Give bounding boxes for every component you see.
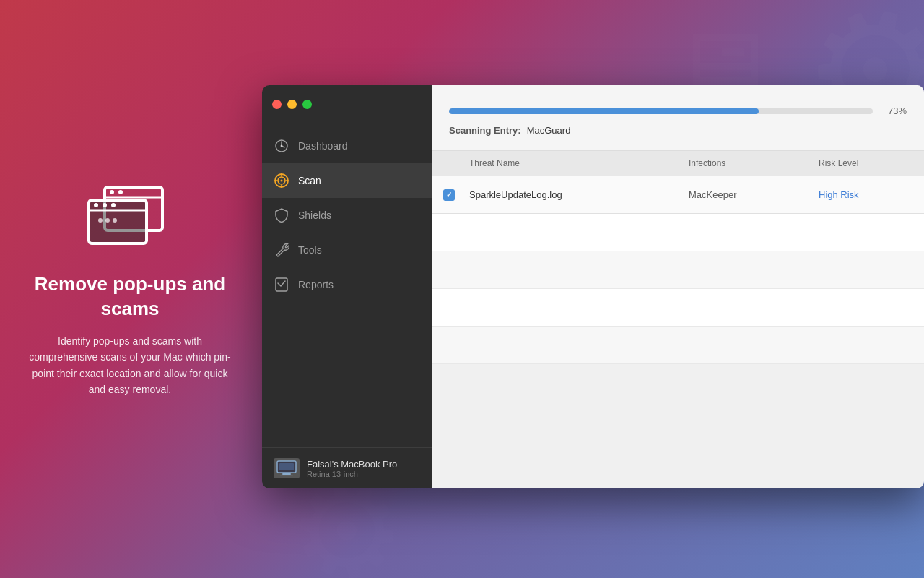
sidebar-label-scan: Scan (298, 175, 321, 186)
hero-icon (83, 180, 177, 255)
sidebar: Dashboard Scan (262, 85, 432, 488)
threat-name-cell: SparkleUpdateLog.log (469, 189, 689, 200)
svg-point-13 (281, 145, 283, 147)
progress-bar-wrap: 73% (449, 105, 907, 116)
svg-rect-25 (280, 475, 293, 476)
col-risk-header: Risk Level (819, 158, 912, 168)
svg-point-10 (105, 218, 110, 223)
shields-icon (274, 207, 289, 223)
svg-point-7 (103, 203, 107, 207)
svg-point-11 (113, 218, 117, 223)
table-header: Threat Name Infections Risk Level (432, 151, 924, 176)
titlebar (262, 85, 432, 123)
svg-point-3 (118, 190, 123, 194)
sidebar-nav: Dashboard Scan (262, 123, 432, 447)
sidebar-label-tools: Tools (298, 244, 322, 256)
hero-description: Identify pop-ups and scams with comprehe… (29, 333, 231, 398)
progress-track (449, 108, 873, 114)
minimize-button[interactable] (287, 100, 297, 109)
scan-header: 73% Scanning Entry: MacGuard (432, 85, 924, 151)
sidebar-label-reports: Reports (298, 279, 334, 290)
table-row-empty-3 (432, 289, 924, 327)
svg-point-2 (110, 190, 114, 194)
risk-level-cell: High Risk (819, 189, 912, 200)
svg-point-6 (94, 203, 98, 207)
infections-cell: MacKeeper (689, 189, 819, 200)
sidebar-label-shields: Shields (298, 210, 331, 221)
sidebar-item-reports[interactable]: Reports (262, 267, 432, 302)
checkbox-checked[interactable] (443, 189, 455, 201)
svg-point-8 (111, 203, 116, 207)
table-row-empty-2 (432, 251, 924, 289)
svg-rect-23 (279, 463, 294, 470)
threat-table: Threat Name Infections Risk Level Sparkl… (432, 151, 924, 488)
sidebar-item-scan[interactable]: Scan (262, 163, 432, 198)
row-checkbox[interactable] (443, 189, 469, 201)
table-row-empty-4 (432, 327, 924, 364)
mac-icon (274, 458, 300, 478)
reports-icon (274, 277, 289, 293)
sidebar-label-dashboard: Dashboard (298, 140, 348, 152)
mac-name: Faisal's MacBook Pro (307, 459, 420, 470)
scan-entry-value: MacGuard (527, 125, 571, 136)
table-row[interactable]: SparkleUpdateLog.log MacKeeper High Risk (432, 176, 924, 214)
svg-rect-24 (282, 473, 291, 475)
progress-fill (449, 108, 759, 114)
main-content: 73% Scanning Entry: MacGuard Threat Name… (432, 85, 924, 488)
hero-title: Remove pop-ups and scams (29, 272, 231, 322)
svg-point-9 (98, 218, 103, 223)
windows-icon (83, 180, 177, 252)
sidebar-item-tools[interactable]: Tools (262, 233, 432, 267)
sidebar-item-dashboard[interactable]: Dashboard (262, 129, 432, 163)
close-button[interactable] (272, 100, 282, 109)
mac-info: Faisal's MacBook Pro Retina 13-inch (307, 459, 420, 478)
maximize-button[interactable] (302, 100, 312, 109)
scan-icon (274, 173, 289, 189)
tools-icon (274, 242, 289, 258)
app-window: Dashboard Scan (262, 85, 924, 488)
mac-model: Retina 13-inch (307, 470, 420, 478)
sidebar-footer: Faisal's MacBook Pro Retina 13-inch (262, 447, 432, 488)
scan-entry-row: Scanning Entry: MacGuard (449, 125, 907, 136)
svg-point-16 (281, 180, 283, 182)
table-row-empty-1 (432, 214, 924, 251)
hero-section: Remove pop-ups and scams Identify pop-up… (0, 0, 260, 578)
dashboard-icon (274, 138, 289, 154)
col-infections-header: Infections (689, 158, 819, 168)
scan-entry-label: Scanning Entry: (449, 125, 521, 136)
sidebar-item-shields[interactable]: Shields (262, 198, 432, 233)
col-threat-name-header: Threat Name (469, 158, 689, 168)
progress-percent: 73% (881, 105, 907, 116)
